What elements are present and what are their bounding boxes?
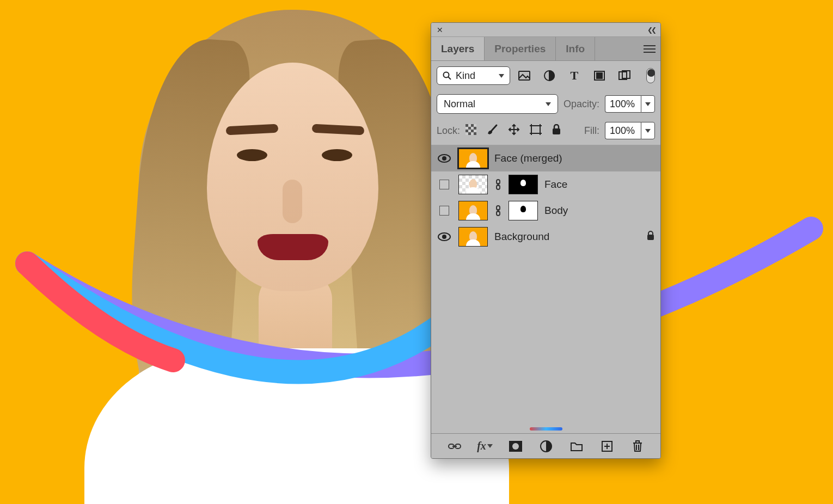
filter-shape-icon[interactable] — [593, 69, 606, 82]
add-mask-button[interactable] — [509, 439, 523, 453]
filter-kind-select[interactable]: Kind — [437, 66, 510, 85]
panel-collapse-icon[interactable]: ❮❮ — [647, 26, 655, 34]
svg-rect-22 — [531, 126, 540, 133]
filter-toggle[interactable] — [646, 68, 655, 83]
link-layers-button[interactable] — [448, 439, 462, 453]
new-group-button[interactable] — [569, 439, 584, 453]
svg-rect-38 — [647, 235, 654, 240]
opacity-label: Opacity: — [564, 99, 599, 110]
lock-label: Lock: — [437, 125, 460, 137]
panel-tabbar: Layers Properties Info — [431, 37, 660, 61]
lock-transparency-icon[interactable] — [465, 124, 476, 138]
layer-row[interactable]: Body — [431, 198, 660, 224]
filter-row: Kind T — [431, 61, 660, 90]
tab-info[interactable]: Info — [556, 37, 595, 60]
visibility-toggle[interactable] — [437, 151, 452, 166]
layer-name[interactable]: Face (merged) — [494, 152, 655, 164]
layer-mask-thumb[interactable] — [509, 201, 538, 220]
fx-button[interactable]: fx — [478, 439, 492, 453]
eye-icon — [438, 154, 451, 163]
layer-thumbnail[interactable] — [458, 227, 488, 247]
search-icon — [443, 71, 451, 80]
layer-row[interactable]: Face (merged) — [431, 145, 660, 171]
panel-topbar: ✕ ❮❮ — [431, 23, 660, 37]
layer-mask-thumb[interactable] — [509, 175, 538, 194]
lock-brush-icon[interactable] — [486, 124, 498, 138]
panel-close-icon[interactable]: ✕ — [437, 26, 443, 34]
blend-mode-value: Normal — [444, 99, 475, 110]
fill-input[interactable]: 100% — [605, 122, 641, 139]
adjustment-layer-button[interactable] — [539, 439, 553, 453]
layer-lock-icon[interactable] — [646, 231, 655, 243]
visibility-toggle[interactable] — [437, 229, 452, 244]
chevron-down-icon — [546, 102, 551, 106]
svg-rect-9 — [600, 73, 602, 75]
filter-image-icon[interactable] — [518, 69, 531, 82]
svg-point-43 — [512, 443, 519, 450]
filter-adjust-icon[interactable] — [543, 69, 556, 82]
svg-point-3 — [444, 72, 449, 78]
layer-name[interactable]: Body — [544, 205, 655, 217]
layer-thumbnail[interactable] — [458, 149, 488, 168]
layer-row[interactable]: Face — [431, 171, 660, 198]
fill-label: Fill: — [584, 125, 599, 137]
svg-rect-8 — [597, 73, 599, 75]
lock-row: Lock: Fill: 100% — [431, 119, 660, 145]
mask-link-icon[interactable] — [494, 179, 502, 190]
layer-thumbnail[interactable] — [458, 175, 488, 194]
tab-properties[interactable]: Properties — [485, 37, 556, 60]
layers-list: Face (merged) Face Body Background — [431, 145, 660, 429]
panel-footer: fx — [431, 433, 660, 458]
svg-line-4 — [449, 77, 451, 80]
layer-name[interactable]: Face — [544, 179, 655, 190]
layer-row[interactable]: Background — [431, 224, 660, 250]
chevron-down-icon — [499, 74, 504, 78]
svg-rect-11 — [600, 76, 602, 78]
svg-line-19 — [492, 125, 497, 131]
layers-panel: ✕ ❮❮ Layers Properties Info Kind T — [431, 22, 661, 459]
eye-icon — [438, 232, 451, 241]
svg-rect-50 — [636, 441, 639, 443]
visibility-toggle[interactable] — [437, 177, 452, 192]
opacity-input[interactable]: 100% — [605, 95, 641, 113]
svg-rect-14 — [465, 124, 476, 135]
lock-artboard-icon[interactable] — [530, 124, 542, 138]
lock-all-icon[interactable] — [552, 124, 561, 138]
blend-row: Normal Opacity: 100% — [431, 90, 660, 119]
svg-rect-27 — [553, 128, 560, 134]
panel-menu-icon[interactable] — [639, 37, 660, 60]
svg-rect-10 — [597, 76, 599, 78]
mask-link-icon[interactable] — [494, 205, 502, 217]
blend-mode-select[interactable]: Normal — [437, 94, 558, 114]
svg-point-37 — [442, 235, 446, 239]
layer-thumbnail[interactable] — [458, 201, 488, 220]
svg-point-29 — [442, 156, 446, 161]
tab-layers[interactable]: Layers — [431, 37, 485, 60]
delete-layer-button[interactable] — [630, 439, 645, 453]
new-layer-button[interactable] — [600, 439, 614, 453]
filter-kind-label: Kind — [456, 70, 475, 82]
lock-move-icon[interactable] — [508, 124, 520, 138]
filter-smart-icon[interactable] — [618, 69, 631, 82]
visibility-toggle[interactable] — [437, 203, 452, 218]
filter-type-icon[interactable]: T — [568, 69, 581, 82]
layer-name[interactable]: Background — [494, 231, 640, 243]
panel-resize-gutter[interactable] — [431, 429, 660, 433]
opacity-stepper[interactable] — [641, 95, 655, 113]
fill-stepper[interactable] — [641, 122, 655, 139]
